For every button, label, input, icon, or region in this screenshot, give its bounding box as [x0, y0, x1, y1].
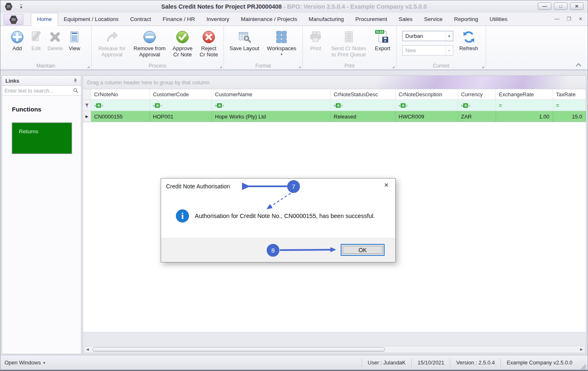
approve-check-icon — [175, 30, 190, 44]
quick-access-caret-icon[interactable]: ▾ — [20, 5, 22, 9]
header-gutter — [83, 89, 91, 100]
tab-reporting[interactable]: Reporting — [448, 13, 484, 26]
release-for-approval-button[interactable]: Release for Approval — [94, 28, 130, 59]
cell-currency[interactable]: ZAR — [458, 111, 496, 122]
cell-crnoteno[interactable]: CN0000155 — [91, 111, 150, 122]
remove-from-approval-button[interactable]: Remove from Approval — [131, 28, 169, 59]
print-button[interactable]: Print — [305, 28, 326, 53]
send-cr-notes-button[interactable]: Send Cr Notes to Print Queue — [327, 28, 371, 59]
column-header-crnotestatusdesc[interactable]: CrNoteStatusDesc — [331, 89, 396, 100]
column-header-crnoteno[interactable]: CrNoteNo — [91, 89, 150, 100]
reject-x-icon — [201, 30, 216, 44]
mdi-restore-icon[interactable]: ❐ — [567, 16, 571, 22]
print-queue-doc-icon — [341, 30, 356, 44]
filter-cell-currency[interactable]: aBc — [458, 100, 496, 111]
view-button[interactable]: View — [65, 28, 83, 53]
column-header-customername[interactable]: CustomerName — [212, 89, 331, 100]
group-expand-icon[interactable]: ◢ — [87, 65, 90, 69]
grid-data-row[interactable]: ▶ CN0000155 HOP001 Hope Works (Pty) Ltd … — [83, 111, 586, 122]
reject-cr-note-button[interactable]: Reject Cr Note — [196, 28, 221, 59]
filter-row-icon[interactable] — [83, 100, 91, 111]
filter-cell-crnoteno[interactable]: aBc — [91, 100, 150, 111]
annotation-step-7: 7 — [287, 180, 300, 193]
workspaces-button[interactable]: Workspaces ▾ — [263, 28, 300, 57]
scrollbar-thumb[interactable] — [92, 347, 385, 352]
filter-cell-crnotestatusdesc[interactable]: aBc — [331, 100, 396, 111]
add-button[interactable]: Add — [8, 28, 26, 53]
dialog-message: Authorisation for Credit Note No., CN000… — [195, 213, 375, 219]
tab-contract[interactable]: Contract — [125, 13, 157, 26]
tab-home[interactable]: Home — [31, 13, 58, 26]
tab-service[interactable]: Service — [418, 13, 448, 26]
group-expand-icon[interactable]: ◢ — [219, 65, 222, 69]
grid-header-row: CrNoteNo CustomerCode CustomerName CrNot… — [83, 89, 586, 100]
view-icon — [67, 30, 82, 44]
cell-crnotedescription[interactable]: HWCR009 — [396, 111, 458, 122]
dialog-close-icon[interactable]: ✕ — [384, 182, 389, 188]
scroll-left-icon[interactable]: ◀ — [84, 348, 91, 351]
refresh-button[interactable]: Refresh — [457, 28, 481, 53]
cell-crnotestatusdesc[interactable]: Released — [331, 111, 396, 122]
app-logo-icon — [5, 2, 13, 11]
site-dropdown[interactable]: Durban ▾ — [402, 31, 453, 41]
tab-sales[interactable]: Sales — [393, 13, 418, 26]
links-panel-title: Links — [5, 78, 19, 84]
sidebar-search — [2, 86, 81, 96]
tab-inventory[interactable]: Inventory — [201, 13, 235, 26]
function-tile-returns[interactable]: Returns — [12, 123, 72, 154]
cell-customercode[interactable]: HOP001 — [150, 111, 212, 122]
group-expand-icon[interactable]: ◢ — [298, 65, 301, 69]
mdi-minimize-icon[interactable]: — — [554, 16, 559, 22]
export-button[interactable]: XLSX Export — [371, 28, 394, 53]
tab-manufacturing[interactable]: Manufacturing — [303, 13, 350, 26]
group-expand-icon[interactable]: ◢ — [482, 65, 484, 69]
column-header-exchangerate[interactable]: ExchangeRate — [496, 89, 553, 100]
search-icon[interactable] — [73, 88, 78, 93]
title-bar: ▾ Sales Credit Notes for Project PRJ0000… — [0, 0, 588, 13]
cell-taxrate[interactable]: 15.0 — [553, 111, 586, 122]
status-dropdown[interactable]: New ▾ — [402, 45, 453, 56]
mdi-close-icon[interactable]: ✕ — [579, 16, 583, 22]
cell-exchangerate[interactable]: 1.00 — [496, 111, 553, 122]
delete-button[interactable]: Delete — [46, 28, 65, 53]
status-dropdown-caret-icon: ▾ — [445, 46, 453, 55]
site-dropdown-caret-icon[interactable]: ▾ — [445, 31, 453, 41]
filter-cell-taxrate[interactable]: = — [553, 100, 586, 111]
column-header-taxrate[interactable]: TaxRate — [553, 89, 586, 100]
add-icon — [10, 30, 25, 44]
tab-maintenance-projects[interactable]: Maintenance / Projects — [235, 13, 303, 26]
resize-grip[interactable] — [581, 364, 586, 370]
filter-cell-customercode[interactable]: aBc — [150, 100, 212, 111]
column-header-currency[interactable]: Currency — [458, 89, 496, 100]
tab-finance-hr[interactable]: Finance / HR — [157, 13, 201, 26]
tab-equipment-locations[interactable]: Equipment / Locations — [58, 13, 125, 26]
application-menu-button[interactable] — [4, 14, 23, 25]
save-layout-button[interactable]: Save Layout — [226, 28, 263, 53]
horizontal-scrollbar[interactable]: ◀ ▶ — [84, 346, 585, 353]
open-windows-button[interactable]: Open Windows ▾ — [0, 359, 45, 366]
maximize-button[interactable]: □ — [554, 2, 567, 10]
ribbon: Add Edit Delete — [0, 26, 588, 70]
filter-cell-crnotedescription[interactable]: aBc — [396, 100, 458, 111]
edit-button[interactable]: Edit — [27, 28, 45, 53]
ribbon-collapse-icon[interactable] — [575, 63, 582, 67]
close-button[interactable]: ✕ — [570, 2, 583, 10]
approve-cr-note-button[interactable]: Approve Cr Note — [169, 28, 196, 59]
filter-cell-exchangerate[interactable]: = — [496, 100, 553, 111]
ok-button[interactable]: OK — [341, 244, 385, 256]
tab-procurement[interactable]: Procurement — [350, 13, 393, 26]
tab-utilities[interactable]: Utilities — [484, 13, 513, 26]
functions-heading: Functions — [12, 106, 81, 113]
column-header-customercode[interactable]: CustomerCode — [150, 89, 212, 100]
group-expand-icon[interactable]: ◢ — [392, 65, 394, 69]
filter-cell-customername[interactable]: aBc — [212, 100, 331, 111]
minimize-button[interactable]: — — [538, 2, 551, 10]
group-by-panel[interactable]: Drag a column header here to group by th… — [83, 76, 586, 89]
scroll-right-icon[interactable]: ▶ — [578, 348, 585, 351]
equals-filter-icon: = — [499, 102, 502, 109]
column-header-crnotedescription[interactable]: CrNoteDescription — [396, 89, 458, 100]
pin-icon[interactable] — [73, 78, 78, 83]
cell-customername[interactable]: Hope Works (Pty) Ltd — [212, 111, 331, 122]
open-windows-caret-icon: ▾ — [43, 361, 45, 365]
search-input[interactable] — [5, 88, 73, 94]
